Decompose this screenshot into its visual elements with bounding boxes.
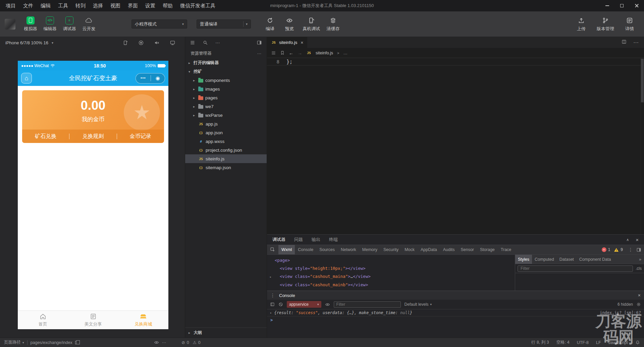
- tree-folder-wxparse[interactable]: ▸ wxParse: [185, 111, 267, 119]
- collapse-panel-icon[interactable]: ∧: [626, 238, 629, 242]
- exchange-ore-button[interactable]: 矿石兑换: [22, 133, 69, 140]
- tab-debugger[interactable]: 调试器: [272, 237, 285, 243]
- console-prompt[interactable]: >: [267, 316, 644, 324]
- preview-button[interactable]: 预览: [280, 16, 299, 32]
- tab-component-data[interactable]: Component Data: [577, 255, 614, 264]
- close-button[interactable]: [629, 0, 644, 11]
- nav-back-icon[interactable]: ←: [289, 50, 293, 56]
- minimize-button[interactable]: [600, 0, 614, 11]
- close-drawer-icon[interactable]: ×: [638, 293, 641, 298]
- tab-articles[interactable]: 美文分享: [68, 311, 118, 329]
- page-path-selector[interactable]: 页面路径 ▾: [4, 340, 24, 345]
- tab-styles[interactable]: Styles: [515, 255, 532, 264]
- devtools-tab-mock[interactable]: Mock: [401, 245, 418, 254]
- eol-setting[interactable]: LF: [596, 340, 601, 345]
- editor-toggle-button[interactable]: </> 编辑器: [40, 16, 60, 32]
- exchange-rules-button[interactable]: 兑换规则: [69, 133, 116, 140]
- mute-icon[interactable]: [154, 40, 160, 46]
- tab-mall[interactable]: 兑换商城: [118, 311, 168, 329]
- cursor-position[interactable]: 行 8, 列 3: [531, 340, 549, 345]
- upload-button[interactable]: 上传: [572, 16, 591, 32]
- live-expression-eye-icon[interactable]: [325, 302, 330, 307]
- maximize-button[interactable]: [614, 0, 629, 11]
- current-page-path[interactable]: pages/exchange/index: [31, 340, 78, 345]
- clear-console-icon[interactable]: [278, 302, 283, 307]
- tab-output[interactable]: 输出: [312, 237, 320, 243]
- problems-indicator[interactable]: ⊘ 0 ⚠ 0: [181, 340, 201, 345]
- section-project-root[interactable]: ▾ 挖矿: [185, 67, 267, 76]
- expand-log-icon[interactable]: ▸: [270, 311, 272, 314]
- exit-target-icon[interactable]: ◉: [156, 75, 160, 81]
- devtools-tab-audits[interactable]: Audits: [440, 245, 458, 254]
- tree-file-siteinfo-js[interactable]: JS siteinfo.js: [185, 154, 267, 163]
- dock-side-icon[interactable]: [636, 247, 641, 252]
- menu-item-interface[interactable]: 界面: [124, 0, 142, 11]
- breadcrumb-symbol[interactable]: …: [343, 51, 348, 55]
- cloud-dev-button[interactable]: 云开发: [79, 16, 99, 32]
- tree-file-app-json[interactable]: {} app.json: [185, 128, 267, 137]
- console-log-area[interactable]: ▸ {result: "success", userdata: {…}, mak…: [267, 309, 644, 338]
- tab-dataset[interactable]: Dataset: [557, 255, 577, 264]
- log-source-link[interactable]: index.js? [sm]:67: [600, 310, 641, 315]
- editor-scrollbar[interactable]: [641, 58, 644, 234]
- simulator-toggle-button[interactable]: 模拟器: [21, 16, 40, 32]
- devtools-tab-sources[interactable]: Sources: [316, 245, 338, 254]
- details-button[interactable]: 详情: [620, 16, 639, 32]
- tree-file-project-config[interactable]: {} project.config.json: [185, 146, 267, 154]
- menu-item-devtools[interactable]: 微信开发者工具: [176, 0, 219, 11]
- devtools-menu-icon[interactable]: ⋮: [627, 247, 635, 252]
- devtools-tab-sensor[interactable]: Sensor: [458, 245, 477, 254]
- more-dots-icon[interactable]: •••: [141, 76, 146, 81]
- devtools-tab-storage[interactable]: Storage: [477, 245, 498, 254]
- styles-filter-input[interactable]: [518, 265, 633, 272]
- devtools-tab-network[interactable]: Network: [338, 245, 359, 254]
- tree-file-sitemap-json[interactable]: {} sitemap.json: [185, 163, 267, 172]
- log-levels-select[interactable]: Default levels ▾: [405, 302, 432, 307]
- editor-layout-icon[interactable]: [257, 40, 262, 45]
- debugger-toggle-button[interactable]: ≡ 调试器: [60, 16, 79, 32]
- clear-cache-button[interactable]: 清缓存: [323, 16, 343, 32]
- remote-debug-button[interactable]: 真机调试: [299, 16, 323, 32]
- tab-home[interactable]: 首页: [18, 311, 68, 329]
- more-actions-icon[interactable]: ⋯: [215, 40, 220, 45]
- language-mode[interactable]: JavaScript: [608, 340, 628, 345]
- console-log-entry[interactable]: ▸ {result: "success", userdata: {…}, mak…: [267, 309, 644, 316]
- tab-computed[interactable]: Computed: [532, 255, 557, 264]
- bookmark-icon[interactable]: [280, 50, 285, 55]
- error-badge-icon[interactable]: ×: [602, 247, 606, 252]
- drawer-menu-icon[interactable]: ⋮: [270, 293, 275, 298]
- devtools-tab-security[interactable]: Security: [380, 245, 401, 254]
- tabs-overflow-icon[interactable]: »: [639, 257, 644, 262]
- tab-siteinfo-js[interactable]: JS siteinfo.js ×: [267, 37, 307, 48]
- tree-folder-we7[interactable]: ▸ we7: [185, 102, 267, 111]
- menu-item-project[interactable]: 项目: [2, 0, 19, 11]
- outline-list-icon[interactable]: [271, 50, 276, 55]
- menu-item-select[interactable]: 选择: [89, 0, 107, 11]
- tree-file-app-js[interactable]: JS app.js: [185, 119, 267, 128]
- editor-more-icon[interactable]: ⋯: [633, 39, 639, 46]
- coin-records-button[interactable]: 金币记录: [117, 133, 164, 140]
- devtools-tab-trace[interactable]: Trace: [498, 245, 515, 254]
- context-select[interactable]: appservice ▾: [287, 301, 321, 308]
- console-settings-gear-icon[interactable]: [636, 302, 641, 307]
- file-list-icon[interactable]: [190, 40, 195, 45]
- devtools-tab-memory[interactable]: Memory: [359, 245, 380, 254]
- close-tab-icon[interactable]: ×: [301, 40, 303, 45]
- explorer-menu-icon[interactable]: ⋯: [257, 51, 262, 56]
- inspect-element-icon[interactable]: [267, 247, 278, 252]
- tab-terminal[interactable]: 终端: [329, 237, 338, 243]
- chevron-down-icon[interactable]: ▾: [50, 41, 55, 45]
- wxml-tree[interactable]: <page> <view style="height:10px;"></view…: [267, 255, 515, 291]
- console-filter-input[interactable]: [334, 301, 401, 308]
- code-editor[interactable]: 8 };: [267, 58, 644, 234]
- devtools-tab-console[interactable]: Console: [295, 245, 316, 254]
- section-open-editors[interactable]: ▸ 打开的编辑器: [185, 58, 267, 67]
- mode-select[interactable]: 小程序模式 ▾: [131, 19, 187, 29]
- scrollbar-thumb[interactable]: [641, 59, 644, 102]
- outline-section[interactable]: ▸ 大纲: [185, 328, 267, 338]
- search-icon[interactable]: [203, 40, 208, 45]
- user-avatar[interactable]: [5, 19, 15, 30]
- breadcrumb-file[interactable]: siteinfo.js: [316, 51, 333, 55]
- close-panel-icon[interactable]: ×: [636, 237, 639, 243]
- menu-item-edit[interactable]: 编辑: [37, 0, 54, 11]
